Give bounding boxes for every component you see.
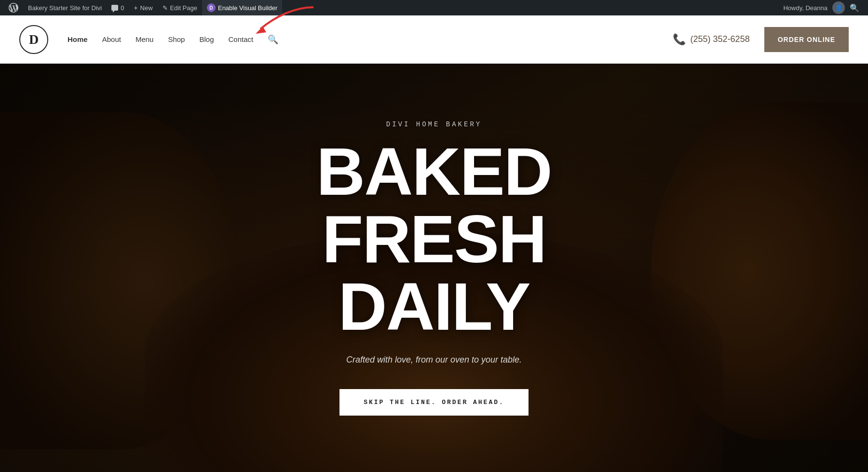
comments-button[interactable]: 0 [107,0,129,15]
admin-bar-left: Bakery Starter Site for Divi 0 + New ✎ E… [4,0,778,15]
site-logo[interactable]: D [19,25,48,54]
nav-menu[interactable]: Menu [136,35,154,43]
new-content-button[interactable]: + New [129,0,157,15]
logo-letter: D [29,32,39,47]
hero-eyebrow: DIVI HOME BAKERY [227,121,641,128]
admin-search-icon[interactable]: 🔍 [845,3,864,13]
nav-blog[interactable]: Blog [199,35,214,43]
header-left: D Home About Menu Shop Blog Contact 🔍 [19,25,278,54]
hero-cta-button[interactable]: SKIP THE LINE. ORDER AHEAD. [339,389,529,416]
phone-icon: 📞 [673,33,686,46]
site-header: D Home About Menu Shop Blog Contact 🔍 📞 … [0,15,868,64]
nav-shop[interactable]: Shop [168,35,185,43]
admin-bar-right: Howdy, Deanna 👤 🔍 [778,1,864,14]
hero-section: DIVI HOME BAKERY BAKED FRESH DAILY Craft… [0,64,868,472]
nav-contact[interactable]: Contact [229,35,254,43]
nav-home[interactable]: Home [68,35,88,43]
hero-title: BAKED FRESH DAILY [227,138,641,340]
wordpress-logo-button[interactable] [4,0,23,15]
site-name-label: Bakery Starter Site for Divi [28,4,102,12]
enable-visual-builder-label: Enable Visual Builder [218,4,277,12]
howdy-text: Howdy, Deanna [778,4,832,12]
hero-subtitle: Crafted with love, from our oven to your… [227,355,641,365]
edit-page-label: Edit Page [170,4,197,12]
site-nav: Home About Menu Shop Blog Contact 🔍 [68,34,278,45]
phone-number: (255) 352-6258 [691,34,750,44]
new-label: New [140,4,153,12]
hero-title-line2: DAILY [338,269,529,344]
comment-count: 0 [121,4,124,12]
nav-about[interactable]: About [102,35,121,43]
header-search-button[interactable]: 🔍 [268,34,278,45]
plus-icon: + [134,4,137,12]
pencil-icon: ✎ [163,4,168,12]
comment-icon [111,5,118,11]
edit-page-button[interactable]: ✎ Edit Page [158,0,202,15]
hero-title-line1: BAKED FRESH [316,134,552,277]
admin-bar: Bakery Starter Site for Divi 0 + New ✎ E… [0,0,868,15]
site-name-button[interactable]: Bakery Starter Site for Divi [23,0,107,15]
divi-icon: D [207,3,216,12]
hero-content: DIVI HOME BAKERY BAKED FRESH DAILY Craft… [217,121,651,416]
header-right: 📞 (255) 352-6258 ORDER ONLINE [673,27,849,52]
user-avatar[interactable]: 👤 [832,1,845,14]
phone-section: 📞 (255) 352-6258 [673,33,750,46]
order-online-button[interactable]: ORDER ONLINE [764,27,849,52]
enable-visual-builder-button[interactable]: D Enable Visual Builder [202,0,282,15]
